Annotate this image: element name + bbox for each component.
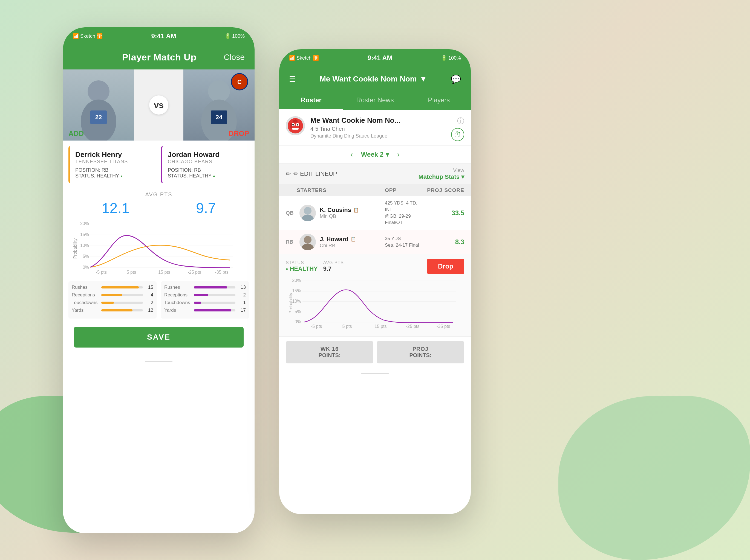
info-icon[interactable]: ⓘ: [457, 116, 464, 126]
player-name-cousins: K. Cousins 📋: [320, 206, 385, 213]
view-matchup-button[interactable]: View Matchup Stats ▾: [418, 167, 464, 181]
drop-button[interactable]: Drop: [427, 259, 464, 274]
player-avg-badge: AVG PTS 9.7: [323, 260, 344, 272]
svg-point-38: [302, 215, 314, 221]
player-row-cousins[interactable]: QB K. Cousins 📋 Min QB 425 YDS, 4 TD, IN…: [279, 196, 471, 230]
close-button[interactable]: Close: [224, 53, 245, 62]
wk16-card[interactable]: WK 16 POINTS:: [286, 341, 373, 364]
next-week-button[interactable]: ›: [397, 150, 400, 159]
chat-icon[interactable]: 💬: [451, 75, 461, 84]
edit-icon: ✏: [286, 170, 291, 178]
starters-header: STARTERS Opp Proj Score: [279, 185, 471, 196]
proj-header: Proj: [420, 187, 442, 193]
svg-text:-35 pts: -35 pts: [215, 270, 229, 274]
svg-rect-32: [292, 128, 299, 130]
avg-pts-left: 12.1: [102, 200, 130, 216]
league-name: Dynamite Ding Ding Sauce League: [310, 133, 400, 139]
header-team-name[interactable]: Me Want Cookie Nom Nom ▼: [320, 75, 427, 83]
player-left-team: TENNESSEE TITANS: [75, 159, 151, 165]
y-axis-label: Probability: [73, 238, 78, 259]
player-left-status: STATUS: HEALTHY ●: [75, 173, 151, 179]
tab-players[interactable]: Players: [407, 91, 471, 110]
scroll-bar: [145, 361, 173, 362]
player-card-right: Jordan Howard CHICAGO BEARS POSITION: RB…: [161, 146, 249, 183]
status-value: ● HEALTHY: [286, 265, 318, 272]
svg-point-37: [304, 207, 312, 215]
prev-week-button[interactable]: ‹: [350, 150, 353, 159]
player-left-name: Derrick Henry: [75, 150, 151, 159]
avg-tag: AVG PTS: [323, 260, 344, 265]
scroll-bar-right: [361, 373, 389, 374]
camera-icon: 📋: [353, 208, 359, 213]
svg-text:C: C: [237, 79, 242, 85]
team-info-section: Me Want Cookie Nom No... 4-5 Tina Chen D…: [279, 110, 471, 146]
svg-text:Probability: Probability: [289, 293, 293, 314]
clipboard-icon: 📋: [351, 236, 356, 242]
stats-panel-left: Rushes 15 Receptions 4 Touchdowns 2 Yard…: [68, 282, 157, 318]
team-info-actions: ⓘ ⏱: [451, 116, 464, 141]
status-bar-right: 📶 Sketch 🛜 9:41 AM 🔋 100%: [279, 49, 471, 67]
opp-header: Opp: [385, 187, 420, 193]
stat-yards-right: Yards 17: [164, 308, 246, 313]
player-row-howard[interactable]: RB J. Howard 📋 Chi RB 35 YDSSea, 24-17 F…: [279, 230, 471, 254]
team-full-name: Me Want Cookie Nom No...: [310, 116, 400, 125]
svg-text:5 pts: 5 pts: [342, 324, 352, 329]
svg-text:5 pts: 5 pts: [127, 270, 136, 274]
stat-rushes-right: Rushes 13: [164, 285, 246, 290]
tab-roster[interactable]: Roster: [279, 91, 343, 110]
team-avatar: [286, 116, 305, 136]
phone-right: 📶 Sketch 🛜 9:41 AM 🔋 100% ☰ Me Want Cook…: [279, 49, 471, 514]
svg-text:15%: 15%: [80, 232, 89, 237]
svg-rect-33: [291, 123, 292, 128]
scroll-indicator-right: [279, 368, 471, 378]
week-label[interactable]: Week 2 ▾: [361, 151, 389, 158]
player-right-team: CHICAGO BEARS: [168, 159, 243, 165]
history-icon[interactable]: ⏱: [451, 128, 464, 141]
player-details-howard: J. Howard 📋 Chi RB: [320, 236, 385, 249]
time-display-right: 9:41 AM: [367, 54, 392, 62]
svg-text:-5 pts: -5 pts: [311, 324, 322, 329]
hamburger-menu[interactable]: ☰: [289, 75, 296, 84]
bottom-cards: WK 16 POINTS: PROJ POINTS:: [279, 337, 471, 368]
player-detail-row: STATUS ● HEALTHY AVG PTS 9.7 Drop: [286, 259, 464, 274]
wk16-sublabel: POINTS:: [291, 352, 369, 358]
svg-point-30: [292, 124, 294, 125]
score-header: Score: [442, 187, 464, 193]
svg-point-31: [297, 124, 298, 125]
save-btn-container: SAVE: [63, 321, 255, 356]
stat-receptions-left: Receptions 4: [72, 292, 153, 298]
matchup-area: T 22 24: [63, 69, 255, 141]
stats-section: Rushes 15 Receptions 4 Touchdowns 2 Yard…: [63, 278, 255, 321]
svg-text:24: 24: [216, 114, 222, 121]
opp-info-cousins: 425 YDS, 4 TD, INT@GB, 29-29 Final/OT: [385, 200, 420, 226]
svg-text:5%: 5%: [295, 309, 301, 314]
svg-text:-25 pts: -25 pts: [406, 324, 420, 329]
stats-panel-right: Rushes 13 Receptions 2 Touchdowns 1 Yard…: [161, 282, 249, 318]
svg-point-40: [302, 244, 314, 250]
svg-point-39: [304, 236, 312, 244]
edit-lineup-button[interactable]: ✏ ✏ EDIT LINEUP: [286, 170, 337, 178]
stat-rushes-left: Rushes 15: [72, 285, 153, 290]
svg-point-6: [208, 80, 230, 102]
status-tag: STATUS: [286, 260, 304, 265]
avg-pts-section: AVG PTS: [63, 189, 255, 198]
svg-text:10%: 10%: [292, 298, 301, 304]
mini-probability-chart: 20% 15% 10% 5% 0% Probability -5 pts 5 p…: [286, 277, 464, 332]
battery-icon: 🔋 100%: [225, 33, 245, 39]
player-name-howard: J. Howard 📋: [320, 236, 385, 243]
svg-text:0%: 0%: [83, 265, 89, 270]
stat-receptions-right: Receptions 2: [164, 292, 246, 298]
player-right-status: STATUS: HEALTHY ●: [168, 173, 243, 179]
svg-text:5%: 5%: [83, 254, 89, 259]
nav-tabs: Roster Roster News Players: [279, 91, 471, 110]
dropdown-icon: ▼: [420, 75, 427, 83]
team-info-text: Me Want Cookie Nom No... 4-5 Tina Chen D…: [310, 116, 400, 139]
bears-logo: C: [229, 74, 251, 90]
save-button[interactable]: SAVE: [74, 327, 243, 348]
player-card-left: Derrick Henry TENNESSEE TITANS POSITION:…: [68, 146, 157, 183]
signal-icon: 📶 Sketch 🛜: [73, 33, 103, 39]
player-cards: Derrick Henry TENNESSEE TITANS POSITION:…: [63, 141, 255, 189]
proj-card[interactable]: PROJ POINTS:: [377, 341, 464, 364]
tab-roster-news[interactable]: Roster News: [343, 91, 407, 110]
svg-point-2: [87, 80, 110, 102]
